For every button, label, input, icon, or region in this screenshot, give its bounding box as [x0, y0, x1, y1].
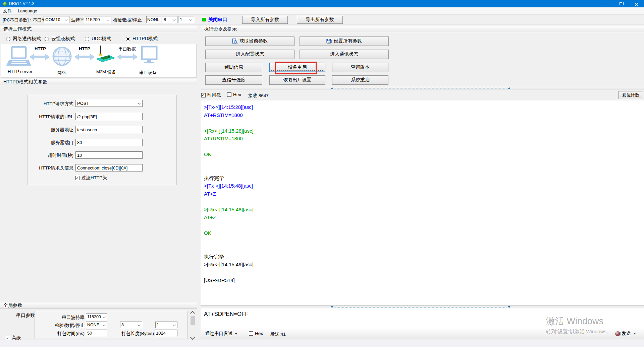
menu-file[interactable]: 文件 [0, 7, 15, 14]
collapse-up-icon[interactable] [331, 87, 333, 89]
close-button[interactable] [629, 0, 644, 7]
arrow-icon [74, 54, 95, 60]
filter-http-header-checkbox[interactable]: 过滤HTTP头 [75, 175, 107, 181]
send-area: AT+SDPEN=OFF 通过串口发送 Hex 发送:41 发送 [201, 308, 644, 339]
pack-len-input[interactable] [155, 330, 177, 336]
close-serial-button[interactable]: 关闭串口 [208, 17, 227, 23]
search-doc-icon [232, 39, 237, 44]
toolbar: [PC串口参数]：串口号 COM10 波特率 115200 检验/数据/停止 N… [0, 15, 644, 24]
chevron-down-icon [103, 324, 106, 326]
timeout-input[interactable] [75, 151, 143, 159]
minimize-button[interactable] [598, 0, 613, 7]
menubar: 文件 Language [0, 7, 644, 15]
server-address-input[interactable] [75, 126, 143, 133]
send-via-serial-dropdown[interactable]: 通过串口发送 [205, 331, 237, 337]
send-button[interactable]: 发送 [615, 331, 636, 337]
pack-time-input[interactable] [86, 330, 107, 336]
export-params-button[interactable]: 导出所有参数 [297, 16, 343, 24]
scroll-up-icon[interactable] [190, 311, 195, 316]
factory-reset-button[interactable]: 恢复出厂设置 [269, 75, 325, 85]
server-address-label: 服务器地址 [28, 127, 73, 133]
log-line: AT+Z [204, 213, 644, 221]
httpd-form: HTTP请求方式 POST HTTP请求的URL 服务器地址 服务器端口 超时时… [28, 95, 177, 185]
global-params-scrollbar[interactable] [190, 310, 196, 340]
enter-comm-button[interactable]: 进入通讯状态 [300, 50, 389, 59]
gp-stopbits-select[interactable]: 1 [155, 322, 177, 328]
system-reboot-button[interactable]: 系统重启 [332, 75, 388, 85]
http-url-input[interactable] [75, 113, 143, 120]
log-line [204, 143, 644, 151]
timestamp-checkbox[interactable]: 时间戳 [201, 92, 221, 98]
pack-time-label: 打包时间(ms) [48, 331, 85, 337]
hex-send-checkbox[interactable]: Hex [249, 331, 263, 336]
scroll-down-icon[interactable] [190, 335, 195, 340]
baud-label: 波特率 [71, 17, 84, 23]
httpd-params-header: HTTPD模式相关参数 [0, 79, 197, 85]
http-method-label: HTTP请求方式 [28, 101, 73, 107]
menu-language[interactable]: Language [15, 7, 40, 14]
log-line [204, 221, 644, 229]
baud-select[interactable]: 115200 [84, 16, 111, 23]
recv-count: 接收:8647 [248, 93, 269, 99]
log-splitter-bottom[interactable] [201, 305, 644, 308]
collapse-up-icon[interactable] [508, 87, 511, 89]
m2m-device-icon [96, 46, 115, 62]
send-text-input[interactable]: AT+SDPEN=OFF [204, 311, 249, 318]
http-header-input[interactable] [75, 164, 143, 171]
chevron-down-icon [103, 316, 106, 318]
laptop-icon [6, 47, 31, 66]
window-title: DR514 V2.1.3 [9, 1, 34, 6]
gp-databits-select[interactable]: 8 [120, 322, 142, 328]
scrollbar-thumb[interactable] [191, 316, 195, 325]
collapse-down-icon[interactable] [508, 306, 511, 308]
radio-transparent-mode[interactable]: 网络透传模式 [6, 36, 41, 42]
sent-count: 发送:41 [270, 331, 286, 337]
log-line: [USR-DR514] [204, 276, 644, 284]
radio-cloud-mode[interactable]: 云组态模式 [45, 36, 75, 42]
restore-button[interactable] [613, 0, 629, 7]
global-params-header: 全局参数 [0, 302, 197, 308]
databits-select[interactable]: 8 [162, 16, 177, 23]
mode-diagram: HTTP HTTP 串口数据 HTTP server 网络 M2M 设备 串口设… [1, 44, 197, 78]
splitter-dots [334, 88, 506, 88]
com-port-select[interactable]: COM10 [44, 16, 69, 23]
hex-recv-checkbox[interactable]: Hex [227, 92, 241, 97]
collapse-down-icon[interactable] [331, 306, 333, 308]
timeout-label: 超时时间(秒) [28, 152, 73, 158]
close-icon [635, 2, 638, 6]
checkbox-icon [75, 176, 80, 180]
log-area[interactable]: >[Tx->][14:15:28][asc]AT+RSTIM=1800 >[Rx… [201, 100, 644, 305]
gp-baud-select[interactable]: 115200 [86, 314, 107, 320]
set-params-button[interactable]: 设置所有参数 [300, 37, 389, 46]
log-line [204, 158, 644, 166]
work-mode-header: 选择工作模式 [0, 26, 197, 32]
radio-httpd-mode[interactable]: HTTPD模式 [126, 36, 158, 42]
query-version-button[interactable]: 查询版本 [332, 63, 388, 72]
red-highlight-annotation [275, 62, 317, 74]
import-params-button[interactable]: 导入所有参数 [242, 16, 288, 24]
arrow-icon [29, 54, 50, 60]
reset-count-button[interactable]: 复位计数 [618, 91, 643, 99]
splitter-dots [334, 307, 506, 307]
http-method-select[interactable]: POST [75, 100, 143, 107]
stopbits-select[interactable]: 1 [178, 16, 194, 23]
get-params-button[interactable]: 获取当前参数 [205, 37, 294, 46]
serial-device-label: 串口设备 [139, 70, 157, 76]
log-line [204, 198, 644, 206]
chevron-down-icon [107, 18, 109, 21]
gp-parity-select[interactable]: NONE [86, 322, 107, 328]
log-splitter-top[interactable] [201, 87, 644, 89]
parity-select[interactable]: NONI [146, 16, 161, 23]
enter-config-button[interactable]: 进入配置状态 [205, 50, 294, 59]
serial-params-label: 串口参数 [16, 313, 35, 319]
chevron-down-icon [190, 18, 192, 21]
serial-port-label: [PC串口参数]：串口号 [3, 17, 46, 23]
toolbar-separator [230, 16, 230, 23]
radio-icon [45, 37, 49, 41]
network-label: 网络 [57, 70, 66, 76]
help-info-button[interactable]: 帮助信息 [205, 63, 262, 72]
server-port-input[interactable] [75, 139, 143, 146]
signal-strength-button[interactable]: 查信号强度 [205, 75, 262, 85]
radio-udc-mode[interactable]: UDC模式 [85, 36, 111, 42]
radio-icon [126, 37, 130, 41]
